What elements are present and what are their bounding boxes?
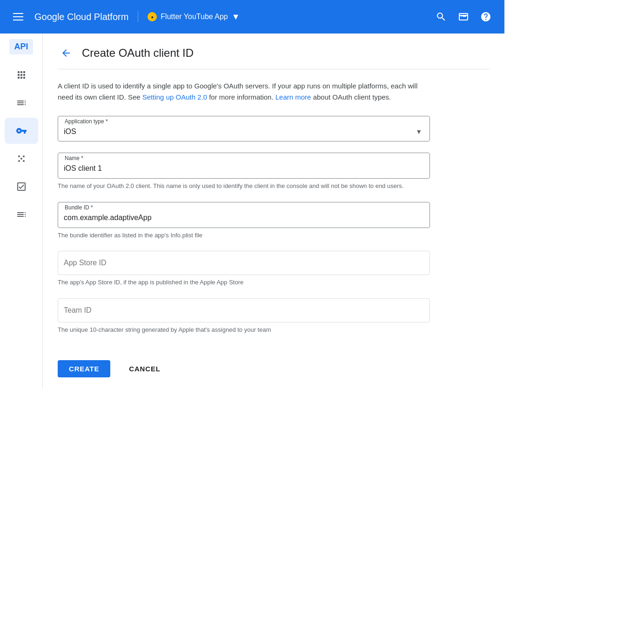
app-store-id-container [58,251,430,275]
help-icon[interactable] [476,7,495,26]
name-hint: The name of your OAuth 2.0 client. This … [58,181,430,191]
team-id-field: The unique 10-character string generated… [58,298,430,335]
main-content: Create OAuth client ID A client ID is us… [43,34,504,389]
project-dot: ● [148,12,157,21]
name-label: Name * [64,155,424,161]
svg-point-3 [23,160,25,162]
bundle-id-hint: The bundle identifier as listed in the a… [58,231,430,240]
app-store-id-hint: The app's App Store ID, if the app is pu… [58,278,430,287]
create-button[interactable]: CREATE [58,360,110,377]
main-layout: API Create OAuth client ID [0,34,504,389]
svg-point-2 [18,160,20,162]
app-store-id-field: The app's App Store ID, if the app is pu… [58,251,430,287]
button-row: CREATE CANCEL [58,349,490,377]
bundle-id-input[interactable] [64,212,424,224]
sidebar-item-tasks[interactable] [5,174,38,200]
api-badge: API [9,39,33,54]
sidebar-item-credentials[interactable] [5,118,38,144]
nav-icon-group [432,7,495,26]
name-field: Name * The name of your OAuth 2.0 client… [58,153,430,191]
sidebar-item-products[interactable] [5,90,38,116]
top-navigation: Google Cloud Platform ● Flutter YouTube … [0,0,504,34]
svg-point-4 [20,158,22,160]
team-id-input[interactable] [64,306,424,315]
page-description: A client ID is used to identify a single… [58,80,430,103]
search-icon[interactable] [432,7,450,26]
sidebar-item-dashboard[interactable] [5,62,38,88]
bundle-id-label: Bundle ID * [64,204,424,211]
project-selector[interactable]: ● Flutter YouTube App ▼ [148,12,240,22]
nav-divider [138,11,138,22]
team-id-container [58,298,430,322]
bundle-id-container: Bundle ID * [58,202,430,228]
learn-more-link[interactable]: Learn more [275,93,311,101]
name-container: Name * [58,153,430,179]
hamburger-menu[interactable] [9,9,27,24]
brand-name: Google Cloud Platform [34,12,128,22]
sidebar: API [0,34,43,389]
oauth-link[interactable]: Setting up OAuth 2.0 [142,93,207,101]
sidebar-item-endpoints[interactable] [5,146,38,172]
back-button[interactable] [58,45,74,61]
app-type-container: Application type * iOS Web application A… [58,116,430,141]
app-store-id-input[interactable] [64,259,424,267]
app-type-select-wrapper: iOS Web application Android Desktop app [64,126,424,137]
app-type-label: Application type * [64,118,424,125]
app-type-select[interactable]: iOS Web application Android Desktop app [64,126,424,137]
application-type-field: Application type * iOS Web application A… [58,116,430,141]
sidebar-item-settings[interactable] [5,201,38,228]
page-title: Create OAuth client ID [82,47,194,60]
terminal-icon[interactable] [454,7,473,26]
nav-brand: Google Cloud Platform [34,12,128,22]
project-name: Flutter YouTube App [161,13,228,21]
bundle-id-field: Bundle ID * The bundle identifier as lis… [58,202,430,240]
svg-point-1 [23,155,25,157]
svg-point-0 [18,155,20,157]
team-id-hint: The unique 10-character string generated… [58,325,430,335]
page-header: Create OAuth client ID [58,45,490,69]
chevron-down-icon: ▼ [232,12,240,22]
name-input[interactable] [64,162,424,174]
cancel-button[interactable]: CANCEL [118,360,171,377]
